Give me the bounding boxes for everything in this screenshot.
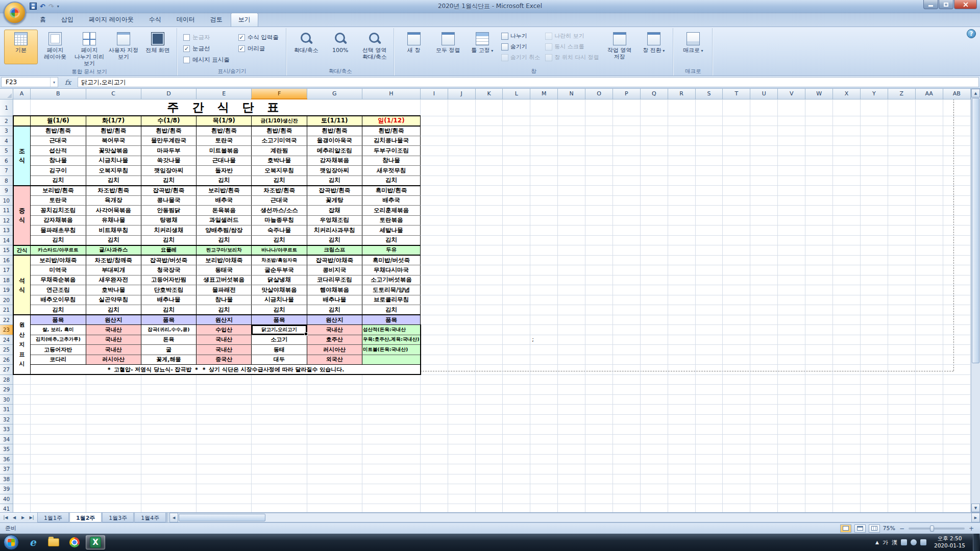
- cell[interactable]: 잡곡밥/버섯죽: [141, 255, 196, 265]
- cell[interactable]: [750, 176, 778, 186]
- cell[interactable]: [668, 325, 695, 335]
- cell[interactable]: 새우완자전: [86, 275, 141, 285]
- cell[interactable]: 흰밥/흰죽: [362, 126, 420, 136]
- cell[interactable]: [31, 385, 86, 395]
- column-header-S[interactable]: S: [695, 89, 723, 99]
- cell[interactable]: [778, 116, 805, 126]
- column-header-N[interactable]: N: [558, 89, 585, 99]
- column-header-X[interactable]: X: [833, 89, 861, 99]
- cell[interactable]: [860, 235, 888, 245]
- cell[interactable]: [503, 414, 530, 424]
- cell[interactable]: [612, 325, 640, 335]
- row-header-16[interactable]: 16: [0, 255, 13, 265]
- cell[interactable]: [475, 444, 503, 455]
- cell[interactable]: [668, 186, 695, 196]
- cell[interactable]: 깻잎장아찌: [141, 166, 196, 176]
- cell[interactable]: [695, 414, 723, 424]
- cell[interactable]: [805, 355, 833, 365]
- scroll-left-arrow[interactable]: ◀: [169, 513, 178, 522]
- cell[interactable]: [448, 176, 475, 186]
- cell[interactable]: [750, 434, 778, 444]
- cell[interactable]: [141, 444, 196, 455]
- cell[interactable]: [860, 315, 888, 325]
- cell[interactable]: [943, 245, 970, 256]
- cell[interactable]: [612, 394, 640, 405]
- cell[interactable]: [750, 394, 778, 405]
- ribbon-tab-insert[interactable]: 삽입: [54, 13, 81, 27]
- cell[interactable]: [723, 474, 750, 484]
- cell[interactable]: 올갱이아욱국: [307, 136, 362, 146]
- cell[interactable]: [612, 434, 640, 444]
- cell[interactable]: [475, 374, 503, 385]
- cell[interactable]: [723, 186, 750, 196]
- cell[interactable]: [13, 444, 31, 455]
- cell[interactable]: [943, 176, 970, 186]
- cell[interactable]: [362, 484, 420, 494]
- cell[interactable]: [252, 454, 307, 464]
- cell[interactable]: [640, 484, 668, 494]
- cell[interactable]: 외국산: [307, 355, 362, 365]
- cell[interactable]: [86, 484, 141, 494]
- cell[interactable]: 김구이: [31, 166, 86, 176]
- zoom-in-button[interactable]: +: [968, 525, 975, 532]
- cell[interactable]: [778, 345, 805, 355]
- cell[interactable]: 물파래전: [197, 285, 252, 295]
- cell[interactable]: [252, 405, 307, 415]
- cell[interactable]: [612, 464, 640, 474]
- cell[interactable]: 잡곡밥/흰죽: [307, 186, 362, 196]
- cell[interactable]: [421, 385, 448, 395]
- cell[interactable]: [448, 305, 475, 315]
- cell[interactable]: [640, 295, 668, 305]
- cell[interactable]: [448, 464, 475, 474]
- cell[interactable]: [612, 414, 640, 424]
- cell[interactable]: [668, 99, 695, 116]
- cell[interactable]: [860, 215, 888, 226]
- cell[interactable]: [668, 206, 695, 216]
- cell[interactable]: [612, 166, 640, 176]
- cell[interactable]: [448, 424, 475, 435]
- cell[interactable]: [805, 504, 833, 513]
- cell[interactable]: [141, 454, 196, 464]
- cell[interactable]: [31, 504, 86, 513]
- zoom-selection-button[interactable]: 선택 영역 확대/축소: [358, 30, 391, 64]
- cell[interactable]: [833, 285, 861, 295]
- cell[interactable]: [475, 166, 503, 176]
- cell[interactable]: [833, 325, 861, 335]
- row-header-14[interactable]: 14: [0, 235, 13, 245]
- cell[interactable]: [448, 285, 475, 295]
- cell[interactable]: [530, 275, 558, 285]
- cell[interactable]: 두유: [362, 245, 420, 256]
- cell[interactable]: [307, 484, 362, 494]
- cell[interactable]: [421, 245, 448, 256]
- cell[interactable]: [503, 255, 530, 265]
- cell[interactable]: [612, 156, 640, 166]
- cell[interactable]: [750, 146, 778, 156]
- split-button[interactable]: 나누기: [500, 31, 544, 41]
- cell[interactable]: [362, 374, 420, 385]
- save-icon[interactable]: [30, 3, 37, 10]
- cell[interactable]: [943, 186, 970, 196]
- synchronous-scrolling-button[interactable]: 동시 스크롤: [544, 41, 602, 52]
- cell[interactable]: 김치: [31, 176, 86, 186]
- cell[interactable]: [805, 345, 833, 355]
- cell[interactable]: [530, 365, 558, 375]
- cell[interactable]: 김치콩나물국: [362, 136, 420, 146]
- cell[interactable]: [475, 305, 503, 315]
- cell[interactable]: [362, 494, 420, 504]
- cell[interactable]: [475, 414, 503, 424]
- cell[interactable]: [723, 116, 750, 126]
- cell[interactable]: [723, 285, 750, 295]
- cell[interactable]: [197, 434, 252, 444]
- cell[interactable]: [833, 315, 861, 325]
- row-header-17[interactable]: 17: [0, 265, 13, 276]
- cell[interactable]: [612, 265, 640, 276]
- cell[interactable]: 흰밥/흰죽: [141, 126, 196, 136]
- cell[interactable]: [503, 315, 530, 325]
- cell[interactable]: [915, 156, 943, 166]
- cell[interactable]: [778, 484, 805, 494]
- cell[interactable]: [86, 374, 141, 385]
- cell[interactable]: [86, 434, 141, 444]
- cell[interactable]: [943, 454, 970, 464]
- cell[interactable]: [723, 235, 750, 245]
- cell[interactable]: [530, 424, 558, 435]
